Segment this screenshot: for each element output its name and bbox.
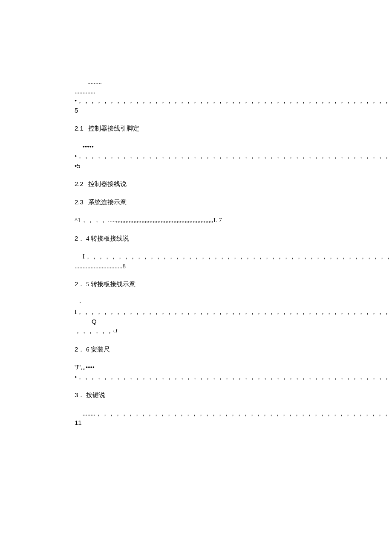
toc-marker-j-char: J (115, 328, 118, 334)
section-number: 2． (75, 346, 84, 353)
section-title: 系统连接示意 (88, 199, 127, 206)
toc-heading-2-5: 2． 5 转接板接线示意 (75, 279, 317, 289)
section-number: 3． (75, 391, 84, 398)
section-number: 2.3 (75, 198, 84, 206)
toc-entry-2-6: 'J",,.•••••，，，，，，，，，，，，，，，，，，，，，，，，，，，，，… (75, 363, 317, 382)
toc-marker-j: ，，，，，，·J (75, 326, 317, 336)
toc-leader-line: ·I，，，，，，，，，，，，，，，，，，，，，，，，，，，，，，，，，，，，，，… (75, 298, 317, 317)
toc-leader-line: ••••••，，，，，，，，，，，，，，，，，，，，，，，，，，，，，，，，，，… (75, 142, 317, 171)
toc-marker-q: Q (75, 317, 317, 327)
toc-leader-line: .............•，，，，，，，，，，，，，，，，，，，，，，，，，，… (75, 87, 317, 116)
section-title: 4 转接板接线说 (86, 235, 129, 242)
toc-heading-3: 3． 按键说 (75, 390, 317, 400)
toc-entry-2-3: ^1，，，， .....,,,,,,,,,,,,,,,,,,,,,,,,,,,,… (75, 215, 317, 225)
toc-entry-2-5: ·I，，，，，，，，，，，，，，，，，，，，，，，，，，，，，，，，，，，，，，… (75, 298, 317, 336)
toc-dots: I，，，，，，，，，，，，，，，，，，，，，，，，，，，，，，，，，，，，，，，… (75, 253, 392, 270)
document-page: ......... .............•，，，，，，，，，，，，，，，，… (0, 0, 392, 479)
toc-leader-line: ........，，，，，，，，，，，，，，，，，，，，，，，，，，，，，，，，… (75, 409, 317, 428)
section-number: 2． (75, 280, 84, 288)
toc-heading-2-4: 2． 4 转接板接线说 (75, 234, 317, 244)
toc-heading-2-2: 2.2 控制器接线说 (75, 179, 317, 189)
section-number: 2.2 (75, 180, 84, 187)
section-title: 按键说 (86, 392, 105, 398)
toc-entry-2-4: I，，，，，，，，，，，，，，，，，，，，，，，，，，，，，，，，，，，，，，，… (75, 252, 317, 271)
toc-leader-line: I，，，，，，，，，，，，，，，，，，，，，，，，，，，，，，，，，，，，，，，… (75, 252, 317, 271)
toc-page-number: 5 (75, 107, 78, 114)
section-title: 5 转接板接线示意 (86, 281, 135, 288)
toc-heading-2-1: 2.1 控制器接线引脚定 (75, 124, 317, 134)
toc-entry-3: ........，，，，，，，，，，，，，，，，，，，，，，，，，，，，，，，，… (75, 409, 317, 428)
toc-dots: .............•，，，，，，，，，，，，，，，，，，，，，，，，，，… (75, 88, 392, 105)
section-title: 控制器接线说 (88, 180, 127, 187)
section-number: 2.1 (75, 125, 84, 132)
toc-entry-2-1: ••••••，，，，，，，，，，，，，，，，，，，，，，，，，，，，，，，，，，… (75, 142, 317, 171)
toc-dots: ，，，，，，· (75, 328, 115, 334)
toc-dots: ........，，，，，，，，，，，，，，，，，，，，，，，，，，，，，，，，… (83, 410, 392, 417)
section-title: 控制器接线引脚定 (88, 125, 139, 132)
toc-page-number: 11 (75, 419, 82, 426)
section-title: 6 安装尺 (86, 346, 110, 353)
toc-leader-line: ......... (75, 77, 317, 87)
toc-heading-2-3: 2.3 系统连接示意 (75, 198, 317, 207)
toc-page-number: •5 (75, 162, 81, 169)
toc-heading-2-6: 2． 6 安装尺 (75, 345, 317, 355)
toc-dots: ••••••，，，，，，，，，，，，，，，，，，，，，，，，，，，，，，，，，，… (75, 143, 392, 160)
toc-entry-intro: ......... .............•，，，，，，，，，，，，，，，，… (75, 77, 317, 115)
toc-dots: ·I，，，，，，，，，，，，，，，，，，，，，，，，，，，，，，，，，，，，，，… (75, 299, 392, 316)
section-number: 2． (75, 235, 84, 242)
